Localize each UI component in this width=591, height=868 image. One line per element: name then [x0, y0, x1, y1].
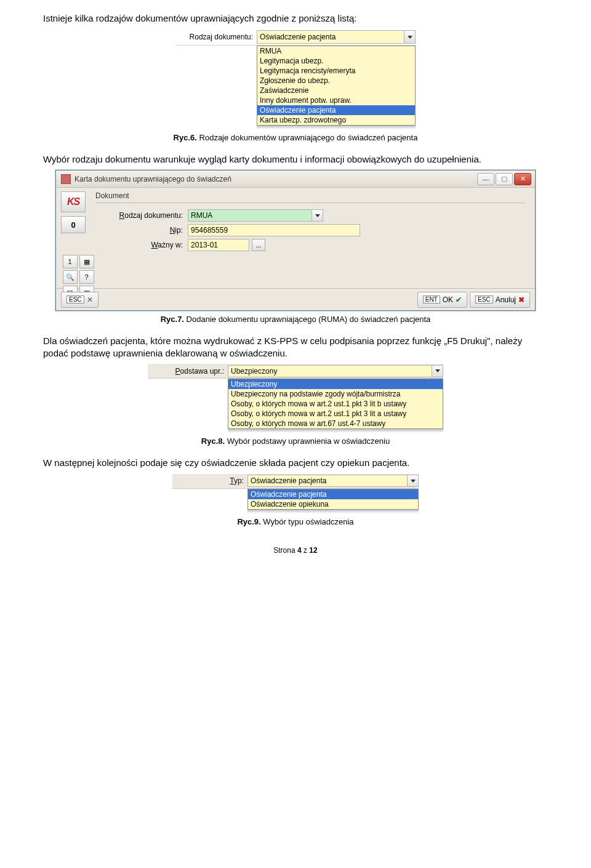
- field-wazny-w[interactable]: 2013-01: [188, 239, 249, 251]
- shadow: [247, 510, 419, 513]
- caption-ryc8: Ryc.8. Wybór podstawy uprawnienia w oświ…: [43, 436, 548, 446]
- dd1-combobox[interactable]: Oświadczenie pacjenta: [257, 30, 416, 44]
- paragraph-3: Dla oświadczeń pacjenta, które można wyd…: [43, 335, 548, 359]
- minimize-button[interactable]: —: [477, 173, 494, 185]
- label-wazny: Ważny w:: [95, 241, 188, 249]
- dd1-option[interactable]: Legitymacja ubezp.: [257, 56, 415, 66]
- dropdown-rodzaj-dokumentu: Rodzaj dokumentu: Oświadczenie pacjenta …: [175, 30, 416, 129]
- side-small-button-1[interactable]: 1: [63, 255, 78, 268]
- maximize-button[interactable]: ▢: [496, 173, 513, 185]
- page-footer: Strona 4 z 12: [43, 546, 548, 555]
- shadow: [257, 126, 416, 129]
- side-button-zero[interactable]: 0: [61, 216, 86, 233]
- paragraph-intro: Istnieje kilka rodzajów dokumentów upraw…: [43, 12, 548, 25]
- dd1-option[interactable]: Legitymacja rencisty/emeryta: [257, 66, 415, 76]
- dd3-value: Oświadczenie pacjenta: [251, 476, 326, 485]
- dd1-option[interactable]: Zgłoszenie do ubezp.: [257, 76, 415, 86]
- caption-ryc7: Ryc.7. Dodanie dokumentu uprawniającego …: [43, 315, 548, 324]
- dd3-combobox[interactable]: Oświadczenie pacjenta: [247, 475, 419, 487]
- cancel-button[interactable]: ESC Anuluj ✖: [470, 292, 530, 308]
- dd1-option[interactable]: Karta ubezp. zdrowotnego: [257, 115, 415, 125]
- close-button[interactable]: ✕: [514, 173, 531, 185]
- dd2-option[interactable]: Osoby, o których mowa w art.2 ust.1 pkt …: [228, 409, 443, 419]
- dd2-option[interactable]: Ubezpieczony: [228, 379, 443, 389]
- label-rodzaj: Rodzaj dokumentu:: [95, 211, 188, 220]
- paragraph-4: W następnej kolejności podaje się czy oś…: [43, 457, 548, 469]
- calculator-icon[interactable]: ▦: [79, 255, 94, 268]
- dd1-option[interactable]: RMUA: [257, 46, 415, 56]
- dd1-option[interactable]: Zaświadczenie: [257, 86, 415, 95]
- chevron-down-icon[interactable]: [407, 475, 418, 486]
- browse-button[interactable]: ...: [252, 239, 265, 251]
- dd1-list[interactable]: RMUALegitymacja ubezp.Legitymacja rencis…: [257, 46, 416, 126]
- dd1-option[interactable]: Inny dokument potw. upraw.: [257, 95, 415, 105]
- dd1-value: Oświadczenie pacjenta: [260, 33, 336, 41]
- esc-close-button[interactable]: ESC✕: [61, 292, 98, 308]
- dd2-option[interactable]: Ubezpieczony na podstawie zgody wójta/bu…: [228, 389, 443, 399]
- dd1-label: Rodzaj dokumentu:: [175, 33, 257, 41]
- app-logo: KS: [61, 191, 86, 212]
- dd3-option[interactable]: Oświadczenie pacjenta: [248, 489, 418, 499]
- chevron-down-icon[interactable]: [432, 366, 443, 377]
- window-karta-dokumentu: Karta dokumentu uprawniającego do świadc…: [55, 170, 536, 311]
- ok-button[interactable]: ENT OK ✔: [417, 292, 467, 308]
- dd3-list[interactable]: Oświadczenie pacjentaOświadczenie opieku…: [247, 489, 419, 510]
- paragraph-2: Wybór rodzaju dokumentu warunkuje wygląd…: [43, 153, 548, 166]
- chevron-down-icon[interactable]: [404, 31, 415, 43]
- app-icon: [61, 174, 71, 184]
- field-rodzaj-dokumentu[interactable]: RMUA: [188, 209, 323, 222]
- help-icon[interactable]: ?: [79, 270, 94, 284]
- chevron-down-icon[interactable]: [312, 210, 323, 221]
- dd3-option[interactable]: Oświadczenie opiekuna: [248, 499, 418, 509]
- dd2-option[interactable]: Osoby, o których mowa w art.67 ust.4-7 u…: [228, 419, 443, 428]
- dd3-label: Typ:: [175, 476, 247, 485]
- dropdown-typ: Typ: Oświadczenie pacjenta Oświadczenie …: [172, 474, 419, 513]
- caption-ryc6: Ryc.6. Rodzaje dokumentów uprawniającego…: [43, 133, 548, 142]
- dd2-option[interactable]: Osoby, o których mowa w art.2 ust.1 pkt …: [228, 399, 443, 409]
- titlebar: Karta dokumentu uprawniającego do świadc…: [56, 171, 535, 188]
- dd2-label: Podstawa upr.:: [150, 367, 228, 376]
- group-title-dokument: Dokument: [95, 191, 525, 200]
- dd2-combobox[interactable]: Ubezpieczony: [228, 365, 443, 377]
- dd2-list[interactable]: UbezpieczonyUbezpieczony na podstawie zg…: [228, 379, 443, 429]
- dd2-value: Ubezpieczony: [231, 367, 277, 376]
- shadow: [228, 429, 443, 433]
- window-title: Karta dokumentu uprawniającego do świadc…: [74, 175, 477, 183]
- dropdown-podstawa-upr: Podstawa upr.: Ubezpieczony Ubezpieczony…: [148, 364, 443, 433]
- search-icon[interactable]: 🔍: [63, 270, 78, 284]
- label-nip: Nip:: [95, 226, 188, 235]
- caption-ryc9: Ryc.9. Wybór typu oświadczenia: [43, 517, 548, 526]
- dd1-option[interactable]: Oświadczenie pacjenta: [257, 105, 415, 115]
- field-nip[interactable]: 954685559: [188, 224, 360, 236]
